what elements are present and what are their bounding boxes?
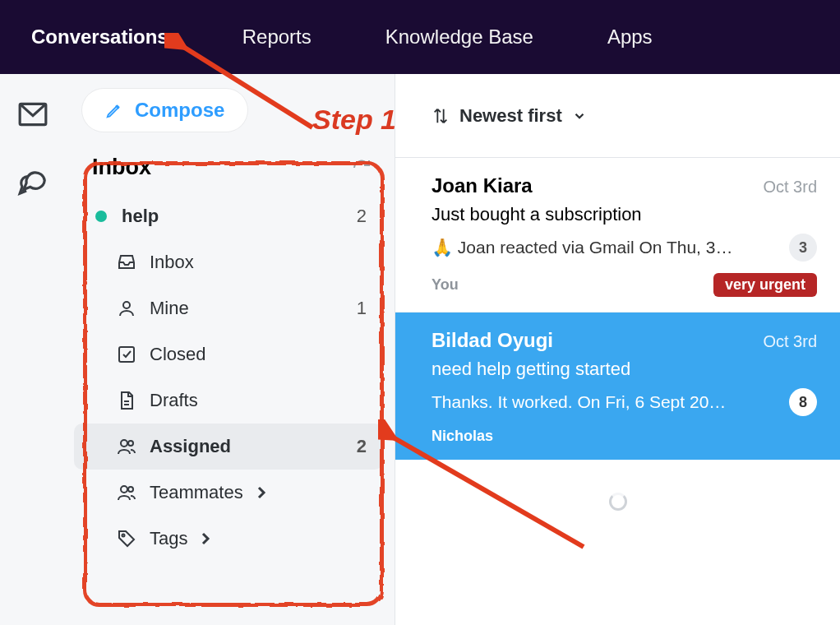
conv-tag: very urgent — [713, 273, 817, 297]
svg-point-1 — [123, 302, 130, 308]
compose-button[interactable]: Compose — [82, 89, 247, 132]
check-square-icon — [117, 345, 136, 364]
chevron-down-icon — [572, 109, 587, 123]
sort-icon — [432, 107, 450, 125]
people-icon — [117, 437, 136, 456]
left-rail — [0, 74, 66, 625]
svg-rect-2 — [119, 347, 134, 362]
annotation-step-label: Step 1 — [312, 104, 396, 136]
folder-drafts[interactable]: Drafts — [74, 377, 383, 424]
conversation-item[interactable]: Bildad Oyugi Oct 3rd need help getting s… — [395, 312, 840, 460]
folder-label: Inbox — [150, 252, 194, 273]
chat-icon[interactable] — [17, 166, 48, 201]
status-dot-icon — [95, 211, 107, 222]
file-icon — [117, 391, 136, 410]
conv-count-badge: 3 — [789, 234, 817, 262]
folder-teammates[interactable]: Teammates — [74, 470, 383, 516]
conv-agent: Nicholas — [432, 428, 493, 445]
conv-count-badge: 8 — [789, 388, 817, 416]
refresh-icon[interactable] — [352, 158, 372, 178]
conv-snippet: Thanks. It worked. On Fri, 6 Sept 20… — [432, 392, 778, 412]
folder-inbox[interactable]: Inbox — [74, 239, 383, 285]
conv-snippet: 🙏 Joan reacted via Gmail On Thu, 3… — [432, 238, 778, 257]
svg-point-5 — [121, 486, 127, 493]
folder-label: Drafts — [150, 390, 198, 411]
folder-label: Closed — [150, 344, 205, 365]
folder-tags[interactable]: Tags — [74, 516, 383, 562]
folder-count: 1 — [357, 298, 367, 319]
conv-date: Oct 3rd — [763, 178, 817, 197]
svg-point-7 — [122, 535, 125, 537]
conversation-list: Newest first Joan Kiara Oct 3rd Just bou… — [395, 74, 840, 625]
pencil-icon — [105, 101, 123, 119]
folder-assigned[interactable]: Assigned 2 — [74, 424, 383, 470]
inbox-header: Inbox — [92, 155, 151, 180]
svg-point-4 — [128, 441, 133, 446]
folder-label: Mine — [150, 298, 189, 319]
person-icon — [117, 299, 136, 318]
sort-dropdown[interactable]: Newest first — [395, 74, 840, 158]
folder-count: 2 — [357, 436, 367, 457]
compose-label: Compose — [135, 99, 224, 122]
chevron-right-icon — [252, 483, 271, 502]
mailbox-name: help — [122, 206, 159, 227]
folder-closed[interactable]: Closed — [74, 331, 383, 377]
conv-agent: You — [432, 276, 459, 294]
nav-knowledge-base[interactable]: Knowledge Base — [385, 25, 533, 49]
mail-icon[interactable] — [17, 99, 48, 133]
conversation-item[interactable]: Joan Kiara Oct 3rd Just bought a subscri… — [395, 158, 840, 312]
svg-point-3 — [121, 440, 127, 447]
tag-icon — [117, 529, 136, 549]
sidebar: Compose Inbox help 2 Inbox Mine 1 Closed — [66, 74, 395, 625]
conv-sender: Bildad Oyugi — [432, 329, 553, 352]
inbox-icon — [117, 252, 136, 272]
loading-spinner-icon — [609, 493, 627, 511]
mailbox-count: 2 — [357, 206, 367, 227]
top-nav: Conversations Reports Knowledge Base App… — [0, 0, 840, 74]
conv-subject: need help getting started — [432, 359, 817, 380]
conv-date: Oct 3rd — [763, 332, 817, 351]
svg-point-6 — [128, 487, 133, 492]
nav-conversations[interactable]: Conversations — [31, 25, 168, 49]
folder-label: Tags — [150, 528, 187, 549]
folder-mine[interactable]: Mine 1 — [74, 285, 383, 331]
folder-label: Assigned — [150, 436, 231, 457]
nav-reports[interactable]: Reports — [242, 25, 312, 49]
conv-subject: Just bought a subscription — [432, 204, 817, 225]
chevron-right-icon — [196, 529, 215, 549]
nav-apps[interactable]: Apps — [607, 25, 653, 49]
mailbox-help[interactable]: help 2 — [74, 193, 383, 239]
folder-label: Teammates — [150, 482, 243, 503]
sort-label: Newest first — [459, 105, 562, 127]
people-icon — [117, 483, 136, 502]
conv-sender: Joan Kiara — [432, 174, 533, 197]
